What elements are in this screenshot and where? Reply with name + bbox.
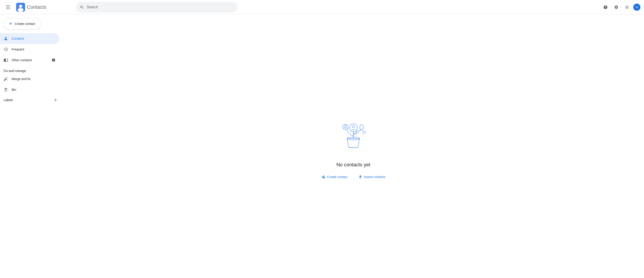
fix-and-manage-label: Fix and manage [4, 69, 26, 73]
import-contacts-icon [4, 58, 8, 62]
app-header: Contacts m [0, 0, 644, 14]
empty-create-label: Create contact [327, 175, 348, 179]
svg-point-9 [360, 125, 364, 130]
help-icon [603, 5, 608, 10]
settings-button[interactable] [612, 3, 621, 12]
person-icon [4, 36, 8, 41]
settings-icon [614, 5, 618, 10]
google-plus-icon: + [9, 21, 12, 26]
search-input[interactable] [87, 5, 234, 9]
download-icon [358, 175, 362, 179]
no-contacts-text: No contacts yet [336, 162, 370, 168]
contacts-nav-label: Contacts [12, 37, 24, 40]
empty-state-actions: Create contact Import contacts [318, 173, 389, 181]
menu-button[interactable] [4, 3, 12, 12]
search-bar [76, 2, 237, 13]
main-content: No contacts yet Create contact Import co… [63, 14, 644, 278]
labels-title: Labels [4, 98, 52, 102]
search-container [76, 2, 237, 13]
contacts-logo-icon [16, 3, 25, 12]
help-button[interactable] [601, 3, 610, 12]
empty-create-contact-button[interactable]: Create contact [318, 173, 351, 181]
app-title: Contacts [27, 4, 46, 10]
header-right: m [601, 3, 640, 12]
merge-fix-icon [4, 77, 8, 81]
frequent-nav-label: Frequent [12, 48, 24, 51]
labels-section-header: Labels [0, 95, 63, 105]
add-label-button[interactable] [52, 96, 59, 104]
apps-grid-icon [625, 5, 629, 10]
svg-point-8 [344, 125, 346, 127]
app-logo: Contacts [16, 3, 46, 12]
merge-fix-label: Merge and fix [12, 77, 31, 81]
import-contacts-label: Import contacts [364, 175, 386, 179]
fix-and-manage-header: Fix and manage [0, 66, 63, 74]
sidebar-item-merge-fix[interactable]: Merge and fix [0, 74, 59, 84]
hamburger-line [6, 7, 10, 8]
create-contact-button[interactable]: + Create contact [4, 18, 41, 30]
add-icon [53, 98, 58, 102]
search-icon [80, 5, 84, 10]
info-icon[interactable] [52, 58, 56, 62]
hamburger-line [6, 9, 10, 9]
sidebar-item-contacts[interactable]: Contacts [0, 33, 59, 44]
sidebar: + Create contact Contacts Frequent Other… [0, 14, 63, 278]
history-icon [4, 47, 8, 52]
header-left: Contacts [4, 3, 71, 12]
apps-button[interactable] [622, 3, 632, 12]
sidebar-item-other-contacts[interactable]: Other contacts [0, 55, 59, 66]
sidebar-item-frequent[interactable]: Frequent [0, 44, 59, 55]
bin-label: Bin [12, 88, 16, 92]
svg-point-6 [352, 126, 354, 128]
empty-state-illustration [331, 112, 376, 156]
other-contacts-nav-label: Other contacts [12, 58, 32, 62]
import-contacts-button[interactable]: Import contacts [355, 173, 389, 181]
delete-icon [4, 87, 8, 92]
svg-point-2 [18, 8, 24, 12]
user-avatar[interactable]: m [633, 4, 640, 11]
sidebar-item-bin[interactable]: Bin [0, 84, 59, 95]
svg-point-1 [19, 5, 22, 8]
svg-point-10 [363, 131, 366, 134]
main-layout: + Create contact Contacts Frequent Other… [0, 14, 644, 278]
create-contact-label: Create contact [15, 22, 35, 26]
hamburger-line [6, 6, 10, 6]
person-add-icon [321, 175, 325, 179]
